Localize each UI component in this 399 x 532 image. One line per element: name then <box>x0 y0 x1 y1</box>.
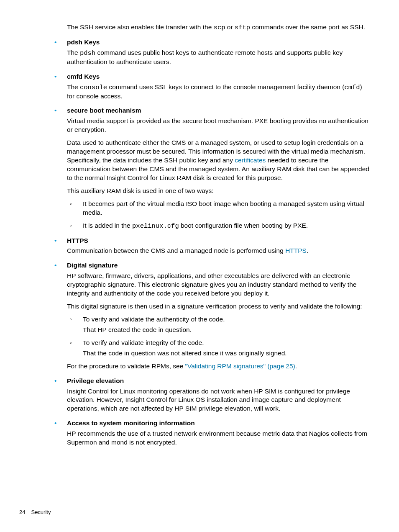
text: The <box>67 49 80 56</box>
paragraph: For the procedure to validate RPMs, see … <box>67 362 370 371</box>
text: It is added in the <box>83 222 132 229</box>
main-list: pdsh Keys The pdsh command uses public h… <box>29 38 370 447</box>
page-footer: 24Security <box>19 509 51 515</box>
heading-https: HTTPS <box>67 236 370 245</box>
link-validating-rpm[interactable]: "Validating RPM signatures" (page 25) <box>185 362 295 370</box>
link-https[interactable]: HTTPS <box>285 247 307 254</box>
item-https: HTTPS Communication between the CMS and … <box>29 236 370 256</box>
heading-privilege-elevation: Privilege elevation <box>67 377 370 386</box>
sub-list: It becomes part of the virtual media ISO… <box>67 200 370 231</box>
paragraph: This auxiliary RAM disk is used in one o… <box>67 187 370 195</box>
code-scp: scp <box>214 24 225 31</box>
content-area: The SSH service also enables file transf… <box>29 23 370 447</box>
paragraph: Insight Control for Linux monitoring ope… <box>67 387 370 414</box>
code-pxelinux: pxelinux.cfg <box>132 222 179 230</box>
paragraph: Virtual media support is provided as the… <box>67 117 370 134</box>
sub-item: It becomes part of the virtual media ISO… <box>67 200 370 217</box>
item-digital-signature: Digital signature HP software, firmware,… <box>29 261 370 370</box>
item-privilege-elevation: Privilege elevation Insight Control for … <box>29 377 370 414</box>
text: The <box>67 83 80 90</box>
text: or <box>225 23 235 31</box>
paragraph: Communication between the CMS and a mana… <box>67 247 370 255</box>
page-container: The SSH service also enables file transf… <box>0 0 399 532</box>
text: command uses public host keys to authent… <box>67 49 343 65</box>
paragraph: Data used to authenticate either the CMS… <box>67 139 370 182</box>
text: The SSH service also enables file transf… <box>67 23 214 31</box>
paragraph: The console command uses SSL keys to con… <box>67 83 370 101</box>
paragraph: HP recommends the use of a trusted netwo… <box>67 429 370 447</box>
code-console: console <box>80 84 107 91</box>
paragraph: That HP created the code in question. <box>83 326 370 334</box>
heading-digital-signature: Digital signature <box>67 261 370 270</box>
text: command uses SSL keys to connect to the … <box>107 83 344 90</box>
paragraph: HP software, firmware, drivers, applicat… <box>67 272 370 298</box>
text: For the procedure to validate RPMs, see <box>67 362 185 370</box>
text: boot configuration file when booting by … <box>179 222 308 229</box>
item-cmfd-keys: cmfd Keys The console command uses SSL k… <box>29 72 370 101</box>
heading-cmfd-keys: cmfd Keys <box>67 72 370 81</box>
item-access-monitoring: Access to system monitoring information … <box>29 419 370 447</box>
heading-access-monitoring: Access to system monitoring information <box>67 419 370 428</box>
intro-paragraph: The SSH service also enables file transf… <box>29 23 370 32</box>
heading-secure-boot: secure boot mechanism <box>67 106 370 115</box>
code-sftp: sftp <box>235 24 250 31</box>
text: commands over the same port as SSH. <box>250 23 365 31</box>
sub-item: To verify and validate the authenticity … <box>67 315 370 334</box>
heading-pdsh-keys: pdsh Keys <box>67 38 370 47</box>
sub-item: It is added in the pxelinux.cfg boot con… <box>67 221 370 231</box>
paragraph: The pdsh command uses public host keys t… <box>67 49 370 67</box>
page-number: 24 <box>19 509 25 515</box>
code-pdsh: pdsh <box>80 49 95 57</box>
paragraph: That the code in question was not altere… <box>83 349 370 358</box>
item-secure-boot: secure boot mechanism Virtual media supp… <box>29 106 370 230</box>
text: To verify and validate the authenticity … <box>83 316 225 323</box>
text: . <box>307 247 308 254</box>
item-pdsh-keys: pdsh Keys The pdsh command uses public h… <box>29 38 370 67</box>
link-certificates[interactable]: certificates <box>235 157 266 164</box>
text: To verify and validate integrity of the … <box>83 339 204 346</box>
text: It becomes part of the virtual media ISO… <box>83 200 364 216</box>
sub-item: To verify and validate integrity of the … <box>67 339 370 358</box>
sub-list: To verify and validate the authenticity … <box>67 315 370 358</box>
paragraph: This digital signature is then used in a… <box>67 302 370 311</box>
footer-section-title: Security <box>31 509 51 515</box>
code-cmfd: cmfd <box>344 84 360 91</box>
text: Communication between the CMS and a mana… <box>67 247 285 254</box>
text: . <box>295 362 297 370</box>
